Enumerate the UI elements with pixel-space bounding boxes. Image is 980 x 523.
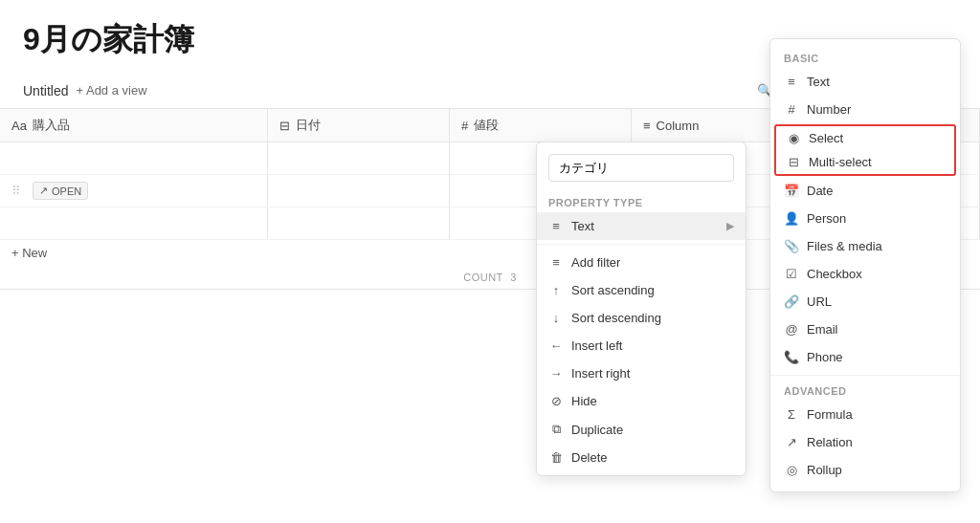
cell-r3-c1[interactable] <box>0 207 268 239</box>
open-icon: ↗ <box>39 185 48 197</box>
multiselect-icon: ⊟ <box>786 155 801 169</box>
cell-r1-c1[interactable] <box>0 142 268 174</box>
panel-item-phone[interactable]: 📞 Phone <box>770 343 960 371</box>
ctx-item-insert-right[interactable]: → Insert right <box>537 360 746 387</box>
col-1-label: 購入品 <box>33 117 70 134</box>
text-type-icon: ≡ <box>548 219 564 233</box>
phone-icon: 📞 <box>784 350 799 364</box>
ctx-item-hide[interactable]: ⊘ Hide <box>537 387 746 415</box>
column-name-input[interactable] <box>548 154 734 182</box>
cell-r2-c1[interactable]: ⠿ ↗ OPEN <box>0 175 268 207</box>
panel-email-label: Email <box>807 322 838 337</box>
ctx-insert-left-label: Insert left <box>571 338 734 353</box>
panel-item-text[interactable]: ≡ Text <box>770 68 960 96</box>
ctx-arrow-icon: ▶ <box>726 220 734 232</box>
panel-item-multiselect[interactable]: ⊟ Multi-select <box>776 150 954 174</box>
rollup-icon: ◎ <box>784 463 799 477</box>
duplicate-icon: ⧉ <box>548 422 564 437</box>
url-icon: 🔗 <box>784 294 799 309</box>
panel-item-select[interactable]: ◉ Select <box>776 126 954 150</box>
panel-item-person[interactable]: 👤 Person <box>770 205 960 232</box>
col-1-icon: Aa <box>11 119 27 133</box>
panel-relation-label: Relation <box>807 435 853 449</box>
panel-multiselect-label: Multi-select <box>809 155 872 169</box>
cell-r1-c2[interactable] <box>268 142 450 174</box>
view-name: Untitled <box>23 83 68 98</box>
ctx-item-delete[interactable]: 🗑 Delete <box>537 444 746 471</box>
panel-rollup-label: Rollup <box>807 463 842 477</box>
panel-item-url[interactable]: 🔗 URL <box>770 288 960 316</box>
col-3-icon: # <box>461 119 468 133</box>
ctx-text-label: Text <box>571 219 719 233</box>
panel-item-relation[interactable]: ↗ Relation <box>770 428 960 456</box>
ctx-insert-right-label: Insert right <box>571 366 734 381</box>
col-2-label: 日付 <box>296 117 321 134</box>
text-icon: ≡ <box>784 75 799 89</box>
files-icon: 📎 <box>784 239 799 253</box>
ctx-sort-asc-label: Sort ascending <box>571 283 734 297</box>
sort-desc-icon: ↓ <box>548 311 564 325</box>
advanced-section-label: ADVANCED <box>770 380 960 401</box>
count-value: 3 <box>510 272 517 283</box>
panel-item-formula[interactable]: Σ Formula <box>770 401 960 428</box>
panel-number-label: Number <box>807 102 851 117</box>
formula-icon: Σ <box>784 407 799 422</box>
insert-left-icon: ← <box>548 338 564 353</box>
select-icon: ◉ <box>786 131 801 145</box>
row-drag-handle: ⠿ <box>11 184 21 198</box>
open-label: OPEN <box>52 185 81 197</box>
col-2-icon: ⊟ <box>279 119 290 133</box>
col-header-2[interactable]: ⊟ 日付 <box>268 109 450 142</box>
ctx-divider-1 <box>537 244 746 245</box>
panel-item-rollup[interactable]: ◎ Rollup <box>770 456 960 484</box>
ctx-item-sort-desc[interactable]: ↓ Sort descending <box>537 304 746 332</box>
panel-formula-label: Formula <box>807 407 853 422</box>
add-view-button[interactable]: + Add a view <box>76 83 146 98</box>
sort-asc-icon: ↑ <box>548 283 564 297</box>
ctx-item-insert-left[interactable]: ← Insert left <box>537 332 746 360</box>
insert-right-icon: → <box>548 366 564 381</box>
panel-person-label: Person <box>807 211 846 226</box>
ctx-delete-label: Delete <box>571 450 734 465</box>
hide-icon: ⊘ <box>548 394 564 408</box>
ctx-item-sort-asc[interactable]: ↑ Sort ascending <box>537 276 746 304</box>
panel-item-checkbox[interactable]: ☑ Checkbox <box>770 260 960 288</box>
panel-item-files[interactable]: 📎 Files & media <box>770 232 960 260</box>
date-icon: 📅 <box>784 184 799 198</box>
panel-date-label: Date <box>807 184 833 198</box>
toolbar-left: Untitled + Add a view <box>23 83 742 98</box>
cell-r2-c2[interactable] <box>268 175 450 207</box>
col-header-1[interactable]: Aa 購入品 <box>0 109 268 142</box>
page-container: 9月の家計簿 Untitled + Add a view 🔍 Search ↗ … <box>0 0 980 523</box>
add-row-label: + New <box>11 246 47 260</box>
cell-r3-c2[interactable] <box>268 207 450 239</box>
ctx-input-row <box>537 146 746 189</box>
col-4-label: Column <box>657 119 700 133</box>
email-icon: @ <box>784 322 799 337</box>
panel-url-label: URL <box>807 294 832 309</box>
panel-files-label: Files & media <box>807 239 882 253</box>
panel-item-email[interactable]: @ Email <box>770 316 960 343</box>
panel-text-label: Text <box>807 75 830 89</box>
ctx-hide-label: Hide <box>571 394 734 408</box>
context-menu: PROPERTY TYPE ≡ Text ▶ ≡ Add filter ↑ So… <box>536 142 746 476</box>
panel-item-date[interactable]: 📅 Date <box>770 177 960 205</box>
ctx-duplicate-label: Duplicate <box>571 423 734 437</box>
person-icon: 👤 <box>784 211 799 226</box>
ctx-sort-desc-label: Sort descending <box>571 311 734 325</box>
col-4-icon: ≡ <box>643 119 651 133</box>
delete-icon: 🗑 <box>548 450 564 465</box>
col-header-3[interactable]: # 値段 <box>450 109 632 142</box>
ctx-item-duplicate[interactable]: ⧉ Duplicate <box>537 415 746 444</box>
filter-icon: ≡ <box>548 255 564 270</box>
open-record-button[interactable]: ↗ OPEN <box>33 182 88 200</box>
count-label: COUNT <box>463 272 502 283</box>
ctx-item-add-filter[interactable]: ≡ Add filter <box>537 249 746 276</box>
panel-item-number[interactable]: # Number <box>770 96 960 123</box>
ctx-add-filter-label: Add filter <box>571 255 734 270</box>
property-panel: BASIC ≡ Text # Number ◉ Select ⊟ Multi-s… <box>769 38 961 492</box>
panel-select-label: Select <box>809 131 843 145</box>
ctx-property-type-label: PROPERTY TYPE <box>537 189 746 212</box>
basic-section-label: BASIC <box>770 47 960 68</box>
ctx-item-text[interactable]: ≡ Text ▶ <box>537 212 746 240</box>
